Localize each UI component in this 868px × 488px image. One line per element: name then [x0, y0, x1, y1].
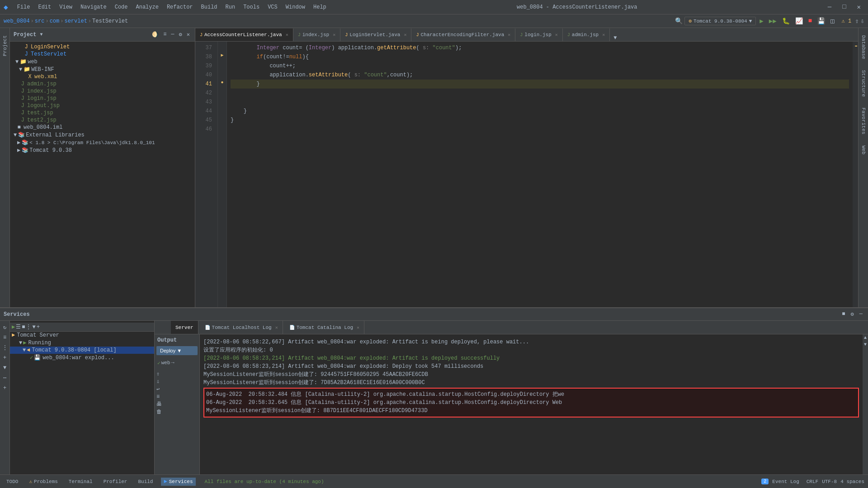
tab-close-icon[interactable]: ✕ — [333, 32, 335, 38]
output-tab-catalina-log[interactable]: 📄 Tomcat Catalina Log ✕ — [285, 321, 364, 334]
breadcrumb-part-1[interactable]: src — [35, 18, 45, 24]
services-toolbar-icon3[interactable]: ⋮ — [26, 324, 31, 330]
collapse-all-icon[interactable]: ≡ — [2, 333, 8, 342]
services-item-tomcat-local[interactable]: ▼ ◄ Tomcat 9.0.38-0804 [local] — [10, 347, 154, 354]
tab-characterencodingfilter[interactable]: J CharacterEncodingFilter.java ✕ — [411, 28, 515, 41]
menu-view[interactable]: View — [56, 2, 76, 12]
tab-loginjsp[interactable]: J login.jsp ✕ — [515, 28, 562, 41]
services-run-icon[interactable]: ▶ — [12, 324, 15, 330]
add-service-icon[interactable]: + — [2, 353, 8, 362]
tree-item-testservlet[interactable]: J TestServlet — [10, 51, 195, 58]
output-tab-localhost-log[interactable]: 📄 Tomcat Localhost Log ✕ — [200, 321, 283, 334]
output-down-icon[interactable]: ⇩ — [156, 378, 198, 385]
log-tab-close-icon[interactable]: ✕ — [275, 325, 278, 330]
tree-item-jdk[interactable]: ▶ 📚 < 1.8 > C:\Program Files\Java\jdk1.8… — [10, 139, 195, 146]
status-item-build[interactable]: Build — [135, 478, 156, 485]
menu-edit[interactable]: Edit — [34, 2, 55, 12]
output-wrap-icon[interactable]: ↩ — [156, 386, 198, 393]
services-toolbar-icon2[interactable]: ■ — [22, 324, 25, 330]
services-filter-icon[interactable]: ▼ — [32, 324, 35, 330]
menu-navigate[interactable]: Navigate — [77, 2, 110, 12]
event-log-button[interactable]: Event Log — [772, 479, 799, 484]
services-item-running[interactable]: ▼ ▶ Running — [10, 339, 154, 347]
nav-up-icon[interactable]: ⇧ — [855, 17, 859, 25]
maximize-button[interactable]: □ — [839, 2, 849, 12]
more-tabs-icon[interactable]: ▼ — [612, 35, 618, 41]
tree-item-adminjsp[interactable]: J admin.jsp — [10, 80, 195, 88]
menu-file[interactable]: File — [14, 2, 34, 12]
panel-locate-icon[interactable]: 🌖 — [151, 30, 160, 39]
minimize-button[interactable]: — — [824, 2, 835, 12]
close-button[interactable]: ✕ — [854, 2, 864, 12]
tab-close-icon[interactable]: ✕ — [555, 32, 558, 38]
reload-icon[interactable]: ↻ — [2, 323, 8, 332]
debug-icon[interactable]: 🐛 — [780, 16, 792, 26]
layout-icon[interactable]: ◫ — [829, 16, 836, 26]
editor-scrollbar[interactable]: ▬ — [853, 42, 858, 307]
menu-tools[interactable]: Tools — [240, 2, 263, 12]
tree-item-webinf[interactable]: ▼ 📁 WEB-INF — [10, 66, 195, 73]
services-minimize-icon[interactable]: — — [858, 310, 864, 319]
status-item-terminal[interactable]: Terminal — [66, 478, 95, 485]
menu-analyze[interactable]: Analyze — [132, 2, 162, 12]
breadcrumb-part-4[interactable]: TestServlet — [92, 18, 128, 24]
filter-icon[interactable]: ▼ — [2, 363, 8, 372]
menu-code[interactable]: Code — [111, 2, 132, 12]
server-selector[interactable]: ⚙ Tomcat 9.0.38-0804 ▼ — [684, 17, 756, 25]
tab-close-icon[interactable]: ✕ — [404, 32, 406, 38]
panel-expand-icon[interactable]: ≡ — [162, 30, 168, 39]
tab-indexjsp[interactable]: J index.jsp ✕ — [293, 28, 340, 41]
more-icon[interactable]: ⋯ — [2, 373, 8, 383]
indent-status[interactable]: 4 spaces — [840, 479, 864, 484]
sidebar-tab-database[interactable]: Database — [860, 32, 867, 63]
tree-item-tomcat[interactable]: ▶ 📚 Tomcat 9.0.38 — [10, 146, 195, 154]
panel-collapse-icon[interactable]: — — [170, 30, 175, 39]
tree-item-iml[interactable]: ■ web_0804.iml — [10, 124, 195, 131]
menu-help[interactable]: Help — [310, 2, 330, 12]
deploy-icon[interactable]: 💾 — [816, 16, 827, 26]
tree-item-webxml[interactable]: X web.xml — [10, 73, 195, 80]
tree-item-logoutjsp[interactable]: J logout.jsp — [10, 102, 195, 109]
panel-settings-icon[interactable]: ⚙ — [178, 30, 184, 39]
services-settings-icon[interactable]: ⚙ — [849, 310, 856, 319]
profile-icon[interactable]: 📈 — [793, 16, 805, 26]
menu-window[interactable]: Window — [282, 2, 309, 12]
breadcrumb-part-0[interactable]: web_0804 — [4, 18, 30, 24]
status-item-profiler[interactable]: Profiler — [101, 478, 130, 485]
status-item-problems[interactable]: ⚠ Problems — [26, 478, 60, 485]
menu-vcs[interactable]: VCS — [264, 2, 281, 12]
output-print-icon[interactable]: 🖶 — [156, 401, 198, 408]
tree-item-loginservlet[interactable]: J LoginServlet — [10, 43, 195, 51]
deploy-button[interactable]: Deploy ▼ — [156, 346, 198, 355]
panel-dropdown-icon[interactable]: ▼ — [40, 32, 42, 37]
breadcrumb-part-3[interactable]: servlet — [64, 18, 87, 24]
tree-item-indexjsp[interactable]: J index.jsp — [10, 88, 195, 95]
menu-build[interactable]: Build — [198, 2, 221, 12]
build-icon[interactable]: ▶ — [758, 16, 765, 26]
expand-all-icon[interactable]: ⋮ — [1, 343, 9, 352]
output-trash-icon[interactable]: 🗑 — [156, 408, 198, 415]
tab-close-icon[interactable]: ✕ — [286, 32, 288, 38]
tree-item-loginjsp[interactable]: J login.jsp — [10, 95, 195, 102]
menu-refactor[interactable]: Refactor — [163, 2, 197, 12]
scroll-down-icon[interactable]: ▼ — [864, 342, 867, 347]
panel-close-icon[interactable]: ✕ — [185, 30, 191, 39]
encoding-status[interactable]: UTF-8 — [822, 479, 837, 484]
output-align-icon[interactable]: ≡ — [156, 394, 198, 400]
output-log[interactable]: [2022-08-06 08:58:22,667] Artifact web_0… — [200, 334, 863, 474]
tree-item-web[interactable]: ▼ 📁 web — [10, 58, 195, 66]
tree-item-test2jsp[interactable]: J test2.jsp — [10, 117, 195, 124]
tab-loginservlet[interactable]: J LoginServlet.java ✕ — [340, 28, 411, 41]
tab-accesscounterlistener[interactable]: J AccessCounterListener.java ✕ — [195, 28, 293, 41]
web-item[interactable]: ✓ web → — [156, 359, 198, 367]
tab-close-icon[interactable]: ✕ — [602, 32, 605, 38]
tree-item-external[interactable]: ▼ 📚 External Libraries — [10, 131, 195, 139]
breadcrumb-part-2[interactable]: com — [50, 18, 60, 24]
status-item-todo[interactable]: TODO — [4, 478, 21, 485]
run-icon[interactable]: ▶▶ — [767, 16, 778, 26]
search-nav-icon[interactable]: 🔍 — [675, 17, 683, 25]
services-more-icon[interactable]: + — [37, 324, 40, 330]
status-item-services[interactable]: ► Services — [161, 478, 195, 486]
crlf-status[interactable]: CRLF — [807, 479, 818, 484]
sidebar-tab-structure[interactable]: Structure — [860, 66, 867, 100]
